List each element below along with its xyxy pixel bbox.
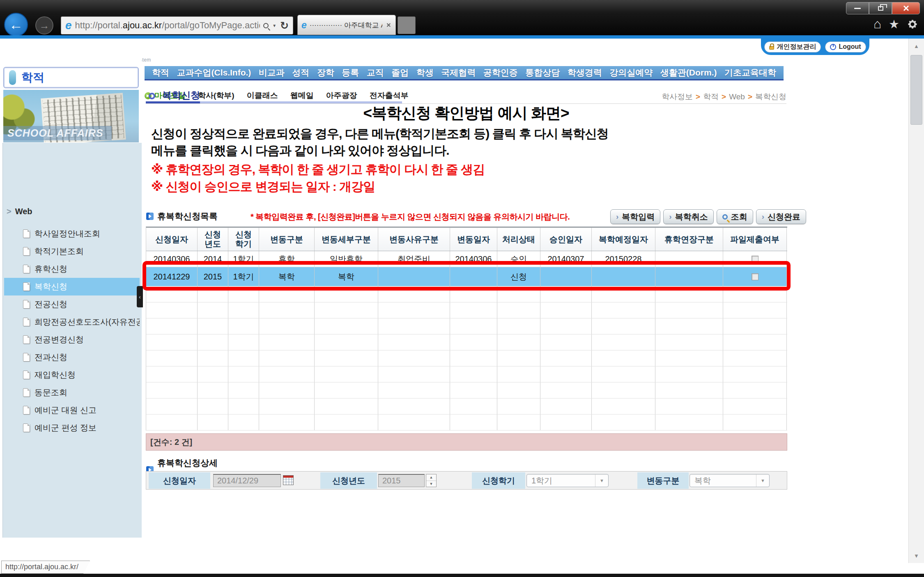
- table-cell: [198, 334, 228, 350]
- table-cell: [198, 350, 228, 366]
- table-cell: [540, 334, 592, 350]
- scroll-up-icon[interactable]: ▲: [909, 39, 924, 53]
- sidebar-item[interactable]: 학사일정안내조회: [4, 225, 140, 243]
- menu-item[interactable]: 등록: [342, 67, 359, 78]
- browser-tab[interactable]: e ·············· 아주대학교 AIM...: [297, 15, 396, 35]
- column-header: 변동세부구분: [315, 228, 378, 251]
- column-header: 복학예정일자: [592, 228, 655, 251]
- gear-icon[interactable]: [907, 18, 918, 30]
- menu-item[interactable]: 비교과: [259, 67, 285, 78]
- portal-link[interactable]: 아주광장: [326, 90, 357, 101]
- sidebar-item[interactable]: 예비군 편성 정보: [4, 419, 140, 437]
- sidebar-collapse-handle[interactable]: ‹: [137, 286, 143, 307]
- menu-item[interactable]: 교과수업(Cls.Info.): [177, 67, 251, 78]
- portal-link-label: 전자출석부: [370, 91, 409, 100]
- number-spinner[interactable]: ▲▼: [426, 474, 437, 487]
- sidebar-group-web[interactable]: > Web: [7, 207, 32, 216]
- minimize-button[interactable]: [846, 2, 869, 14]
- sidebar-item[interactable]: 예비군 대원 신고: [4, 401, 140, 419]
- menu-item[interactable]: 교직: [367, 67, 384, 78]
- table-cell: [655, 318, 723, 334]
- button-label: 조회: [731, 211, 747, 222]
- return-cancel-button[interactable]: ›복학취소: [663, 209, 713, 224]
- new-tab-button[interactable]: [398, 16, 416, 34]
- menu-item[interactable]: 장학: [317, 67, 334, 78]
- column-header: 변동구분: [259, 228, 315, 251]
- address-bar[interactable]: e http://portal.ajou.ac.kr/portal/goToMy…: [61, 16, 293, 34]
- forward-button[interactable]: →: [35, 16, 53, 34]
- disabled-input[interactable]: 2014/12/29: [213, 474, 281, 487]
- sidebar-item[interactable]: 희망전공선호도조사(자유전공: [4, 313, 140, 331]
- search-icon[interactable]: [263, 23, 269, 28]
- dropdown-arrow-icon[interactable]: ▼: [595, 474, 608, 487]
- submit-complete-button[interactable]: ›신청완료: [756, 209, 806, 224]
- table-cell: [450, 350, 497, 366]
- portal-link-label: 학사(학부): [198, 91, 234, 100]
- breadcrumb-item[interactable]: 학적: [703, 92, 719, 101]
- portal-link[interactable]: 웹메일: [290, 90, 314, 101]
- table-cell: [450, 414, 497, 430]
- table-cell: [723, 318, 787, 334]
- sidebar-item[interactable]: 학적기본조회: [4, 243, 140, 260]
- url-text[interactable]: http://portal.ajou.ac.kr/portal/goToMyPa…: [75, 20, 260, 31]
- sidebar-item[interactable]: 전공신청: [4, 295, 140, 313]
- spinner-up-icon[interactable]: ▲: [426, 474, 436, 481]
- breadcrumb-item[interactable]: 학사정보: [662, 92, 693, 101]
- disabled-input[interactable]: 2015: [378, 474, 425, 487]
- home-icon[interactable]: ⌂: [873, 16, 881, 32]
- portal-link[interactable]: 학사(학부): [198, 90, 234, 101]
- chevron-down-icon[interactable]: ▼: [272, 23, 276, 28]
- menu-item[interactable]: 학생: [416, 67, 434, 78]
- scrollbar-thumb[interactable]: [910, 55, 922, 125]
- power-icon: [830, 44, 836, 50]
- table-empty-row: [146, 350, 787, 366]
- scroll-down-icon[interactable]: ▼: [909, 548, 924, 563]
- close-button[interactable]: [892, 2, 920, 14]
- menu-item[interactable]: 학적: [152, 67, 169, 78]
- privacy-settings-button[interactable]: 개인정보관리: [764, 41, 821, 53]
- menu-item[interactable]: 공학인증: [483, 67, 518, 78]
- menu-item[interactable]: 통합상담: [525, 67, 560, 78]
- menu-item[interactable]: 생활관(Dorm.): [660, 67, 717, 78]
- favorites-star-icon[interactable]: ★: [889, 17, 899, 31]
- menu-item[interactable]: 성적: [292, 67, 309, 78]
- page-title: 복학신청: [162, 89, 200, 102]
- sidebar-item[interactable]: 휴학신청: [4, 260, 140, 278]
- document-icon: [23, 300, 30, 309]
- breadcrumb-item[interactable]: Web: [729, 92, 745, 101]
- forward-arrow-icon: →: [39, 20, 50, 32]
- sidebar-item-label: 학사일정안내조회: [34, 228, 100, 239]
- calendar-icon[interactable]: [283, 475, 294, 485]
- menu-item[interactable]: 국제협력: [441, 67, 476, 78]
- dropdown-신청학기[interactable]: 1학기▼: [526, 474, 609, 487]
- portal-link[interactable]: 이클래스: [247, 90, 278, 101]
- table-cell: [378, 302, 450, 318]
- refresh-icon[interactable]: ↻: [280, 20, 289, 32]
- logout-button[interactable]: Logout: [825, 41, 866, 53]
- menu-item[interactable]: 학생경력: [568, 67, 602, 78]
- sidebar-item[interactable]: 복학신청: [4, 278, 140, 295]
- maximize-button[interactable]: [869, 2, 892, 14]
- field-label: 신청일자: [149, 472, 210, 489]
- detail-section-title: 휴복학신청상세: [157, 457, 218, 469]
- sidebar-item[interactable]: 동문조회: [4, 384, 140, 401]
- dropdown-arrow-icon[interactable]: ▼: [756, 474, 769, 487]
- portal-link[interactable]: 전자출석부: [370, 90, 409, 101]
- table-cell: [315, 350, 378, 366]
- sidebar-item[interactable]: 재입학신청: [4, 366, 140, 384]
- menu-item[interactable]: 강의실예약: [609, 67, 653, 78]
- vertical-scrollbar[interactable]: ▲ ▼: [908, 39, 924, 563]
- sidebar-item[interactable]: 전공변경신청: [4, 331, 140, 348]
- menu-item[interactable]: 기초교육대학: [724, 67, 776, 78]
- dropdown-변동구분[interactable]: 복학▼: [690, 474, 770, 487]
- table-cell: [592, 414, 655, 430]
- menu-item[interactable]: 졸업: [391, 67, 409, 78]
- search-button[interactable]: 조회: [717, 209, 753, 224]
- back-button[interactable]: ←: [4, 13, 28, 37]
- tab-close-icon[interactable]: [386, 23, 391, 27]
- return-entry-button[interactable]: ›복학입력: [610, 209, 660, 224]
- ie-icon: e: [301, 21, 307, 30]
- spinner-down-icon[interactable]: ▼: [426, 481, 436, 487]
- sidebar-item[interactable]: 전과신청: [4, 348, 140, 366]
- breadcrumb-item[interactable]: 복학신청: [755, 92, 786, 101]
